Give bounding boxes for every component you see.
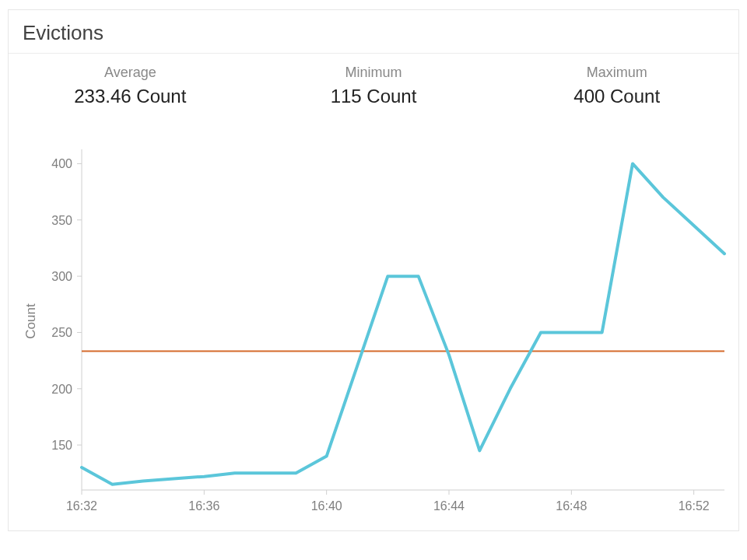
y-axis-label: Count [23, 303, 38, 339]
x-tick-label: 16:32 [66, 499, 97, 513]
stat-maximum: Maximum 400 Count [495, 65, 738, 107]
y-tick-label: 400 [51, 157, 72, 170]
y-tick-label: 150 [51, 439, 72, 452]
x-tick-label: 16:40 [311, 499, 342, 513]
stat-average-value: 233.46 Count [9, 86, 252, 107]
stat-minimum-label: Minimum [252, 65, 496, 81]
stat-minimum: Minimum 115 Count [252, 65, 496, 107]
x-tick-label: 16:44 [433, 499, 465, 513]
y-tick-label: 200 [51, 383, 72, 396]
summary-stats: Average 233.46 Count Minimum 115 Count M… [9, 54, 738, 121]
series-line [82, 163, 724, 484]
chart-area: 15020025030035040016:3216:3616:4016:4416… [9, 121, 738, 530]
stat-average: Average 233.46 Count [9, 65, 252, 107]
y-tick-label: 250 [51, 326, 72, 339]
x-tick-label: 16:52 [679, 499, 710, 513]
stat-maximum-value: 400 Count [495, 86, 738, 107]
x-tick-label: 16:36 [188, 499, 219, 513]
stat-minimum-value: 115 Count [252, 86, 496, 107]
metric-panel: Evictions Average 233.46 Count Minimum 1… [8, 9, 739, 531]
y-tick-label: 300 [51, 270, 72, 283]
panel-title: Evictions [9, 10, 738, 54]
stat-maximum-label: Maximum [495, 65, 738, 81]
x-tick-label: 16:48 [556, 499, 587, 513]
line-chart: 15020025030035040016:3216:3616:4016:4416… [12, 129, 735, 526]
y-tick-label: 350 [51, 214, 72, 227]
stat-average-label: Average [9, 65, 252, 81]
